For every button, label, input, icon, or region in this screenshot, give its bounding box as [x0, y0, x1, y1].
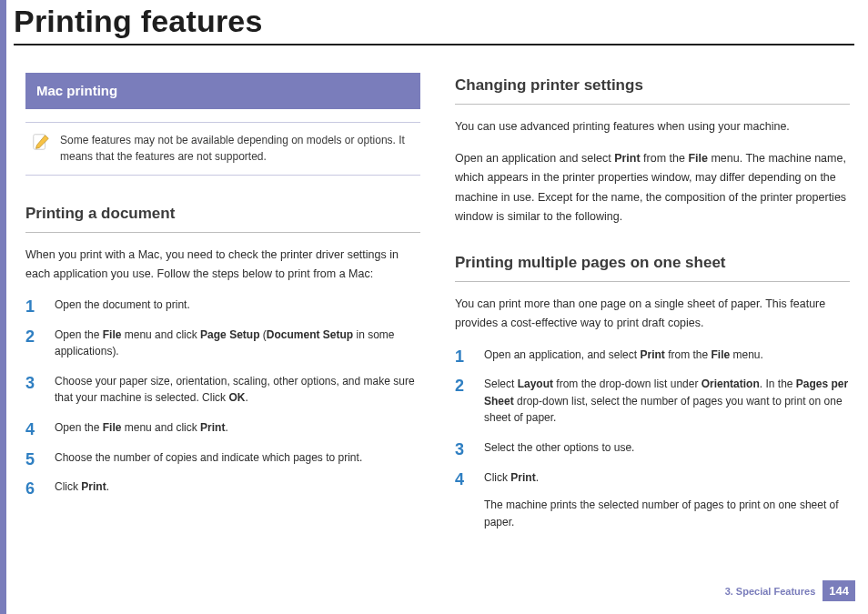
step-text: from the [665, 348, 712, 361]
note-box: Some features may not be available depen… [25, 122, 420, 176]
bold: Print [614, 152, 640, 165]
step-text: . [245, 391, 247, 404]
steps-multiple-pages: Open an application, and select Print fr… [455, 347, 850, 531]
bold: File [688, 152, 708, 165]
step-text: Select [484, 377, 518, 390]
step-item: Open the document to print. [25, 297, 420, 314]
step-text: Open the [55, 328, 103, 341]
step-text: menu and click [121, 421, 200, 434]
step-text: . In the [760, 377, 796, 390]
section-banner-mac-printing: Mac printing [25, 73, 420, 109]
step-text: Open an application, and select [484, 348, 640, 361]
step-item: Select Layout from the drop-down list un… [455, 376, 850, 427]
step-item: Open the File menu and click Print. [25, 419, 420, 437]
step-item: Open the File menu and click Page Setup … [25, 327, 420, 360]
column-left: Mac printing Some features may not be av… [25, 73, 420, 543]
note-text: Some features may not be available depen… [60, 132, 415, 166]
text: from the [641, 152, 689, 165]
intro-paragraph: When you print with a Mac, you need to c… [25, 246, 420, 285]
note-icon [31, 132, 51, 152]
paragraph: You can print more than one page on a si… [455, 295, 850, 334]
subhead-printing-a-document: Printing a document [25, 201, 420, 233]
bold: Page Setup [200, 328, 259, 341]
step-text: Click [484, 471, 510, 484]
bold: Print [200, 421, 225, 434]
step-item: Choose your paper size, orientation, sca… [25, 373, 420, 407]
page: Printing features Mac printing Some feat… [0, 0, 868, 614]
text: Open an application and select [455, 152, 614, 165]
subhead-changing-printer-settings: Changing printer settings [455, 73, 850, 105]
step-text: Click [55, 480, 81, 493]
bold: File [711, 348, 730, 361]
step-text: . [106, 480, 109, 493]
step-text: . [536, 471, 539, 484]
title-rule [14, 44, 854, 45]
left-accent-bar [0, 0, 6, 614]
column-right: Changing printer settings You can use ad… [455, 73, 850, 543]
step-item: Choose the number of copies and indicate… [25, 449, 420, 467]
bold: Layout [518, 377, 553, 390]
bold: File [103, 328, 122, 341]
footer: 3. Special Features 144 [725, 580, 855, 601]
bold: Print [640, 348, 664, 361]
step-text: menu. [730, 348, 763, 361]
footer-page-number: 144 [823, 580, 855, 601]
page-title: Printing features [14, 4, 263, 39]
steps-printing-a-document: Open the document to print. Open the Fil… [25, 297, 420, 496]
step-text: ( [259, 328, 266, 341]
step-item: Click Print. [25, 478, 420, 496]
bold: OK [228, 391, 245, 404]
step-text: drop-down list, select the number of pag… [484, 395, 843, 425]
paragraph: Open an application and select Print fro… [455, 149, 850, 226]
step-text: menu and click [121, 328, 200, 341]
bold: File [103, 421, 122, 434]
footer-chapter: 3. Special Features [725, 586, 816, 597]
subhead-printing-multiple-pages: Printing multiple pages on one sheet [455, 250, 850, 282]
step-text: Open the [55, 421, 103, 434]
step-text: from the drop-down list under [553, 377, 701, 390]
step-item: Select the other options to use. [455, 439, 850, 457]
step-item: Click Print. The machine prints the sele… [455, 469, 850, 531]
step-text: . [225, 421, 227, 434]
bold: Orientation [701, 377, 760, 390]
bold: Print [510, 471, 535, 484]
step-after-text: The machine prints the selected number o… [484, 497, 850, 530]
columns: Mac printing Some features may not be av… [25, 73, 850, 543]
step-item: Open an application, and select Print fr… [455, 347, 850, 364]
bold: Print [81, 480, 106, 493]
paragraph: You can use advanced printing features w… [455, 117, 850, 136]
bold: Document Setup [267, 328, 353, 341]
